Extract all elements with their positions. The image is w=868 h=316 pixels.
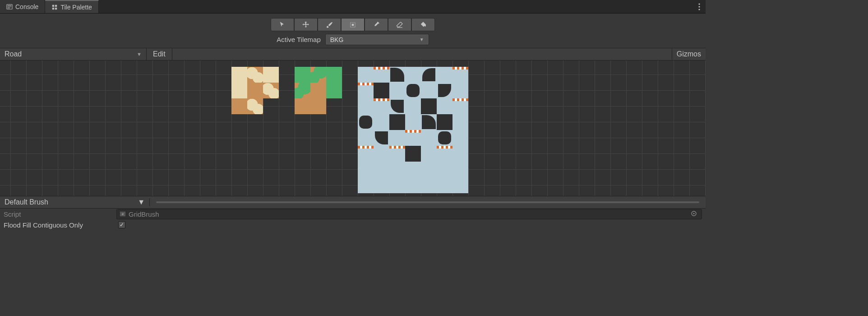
svg-rect-4 bbox=[55, 7, 57, 9]
svg-point-13 bbox=[693, 213, 694, 214]
script-label: Script bbox=[4, 210, 116, 218]
tile-canvas[interactable] bbox=[0, 60, 706, 196]
brush-zoom-slider[interactable] bbox=[150, 201, 706, 203]
svg-point-7 bbox=[698, 9, 700, 10]
slider-track bbox=[156, 201, 699, 203]
palette-dropdown[interactable]: Road ▼ bbox=[0, 48, 147, 60]
csharp-icon: # bbox=[120, 211, 126, 217]
tool-flood-fill[interactable] bbox=[411, 18, 435, 31]
tool-box-fill[interactable] bbox=[341, 18, 365, 31]
brush-bar: Default Brush ▼ bbox=[0, 196, 706, 209]
svg-rect-1 bbox=[52, 5, 54, 6]
console-icon bbox=[6, 4, 13, 10]
svg-rect-9 bbox=[352, 23, 354, 26]
paint-toolbar-area: Active Tilemap BKG ▼ bbox=[0, 14, 706, 48]
tile-palette-icon bbox=[51, 4, 58, 10]
chevron-down-icon: ▼ bbox=[137, 51, 142, 57]
svg-rect-2 bbox=[55, 5, 57, 6]
tool-brush[interactable] bbox=[318, 18, 341, 31]
inspector-flood-row: Flood Fill Contiguous Only ✓ bbox=[0, 219, 706, 230]
gizmos-toggle[interactable]: Gizmos bbox=[672, 48, 706, 60]
paint-tool-row bbox=[271, 18, 435, 31]
palette-header: Road ▼ Edit Gizmos bbox=[0, 48, 706, 60]
palette-edit-label: Edit bbox=[153, 50, 166, 58]
svg-point-5 bbox=[698, 3, 700, 5]
tile-grid bbox=[0, 60, 706, 196]
active-tilemap-dropdown[interactable]: BKG ▼ bbox=[325, 34, 429, 45]
tab-console[interactable]: Console bbox=[0, 0, 45, 13]
active-tilemap-value: BKG bbox=[330, 36, 344, 43]
tool-erase[interactable] bbox=[388, 18, 411, 31]
chevron-down-icon: ▼ bbox=[138, 198, 145, 206]
tab-console-label: Console bbox=[15, 3, 38, 10]
tool-move[interactable] bbox=[294, 18, 318, 31]
inspector-script-row: Script # GridBrush bbox=[0, 209, 706, 219]
script-value: GridBrush bbox=[129, 210, 159, 218]
brush-dropdown[interactable]: Default Brush ▼ bbox=[0, 198, 150, 206]
tab-tile-palette-label: Tile Palette bbox=[60, 4, 92, 11]
svg-point-6 bbox=[698, 6, 700, 7]
chevron-down-icon: ▼ bbox=[420, 37, 424, 42]
palette-selected-label: Road bbox=[5, 50, 22, 58]
svg-text:#: # bbox=[122, 212, 124, 216]
tool-select[interactable] bbox=[271, 18, 294, 31]
brush-selected-label: Default Brush bbox=[5, 198, 48, 206]
script-field[interactable]: # GridBrush bbox=[116, 209, 702, 219]
tab-tile-palette[interactable]: Tile Palette bbox=[45, 0, 99, 13]
active-tilemap-row: Active Tilemap BKG ▼ bbox=[277, 34, 429, 45]
tab-bar: Console Tile Palette bbox=[0, 0, 706, 14]
panel-menu-button[interactable] bbox=[693, 0, 706, 13]
gizmos-label: Gizmos bbox=[677, 50, 701, 58]
palette-edit-button[interactable]: Edit bbox=[147, 48, 172, 60]
flood-fill-label: Flood Fill Contiguous Only bbox=[4, 221, 116, 229]
svg-rect-3 bbox=[52, 7, 54, 9]
flood-fill-checkbox[interactable]: ✓ bbox=[118, 221, 125, 228]
tool-picker[interactable] bbox=[365, 18, 388, 31]
active-tilemap-label: Active Tilemap bbox=[277, 36, 321, 43]
object-picker-icon[interactable] bbox=[689, 210, 699, 218]
